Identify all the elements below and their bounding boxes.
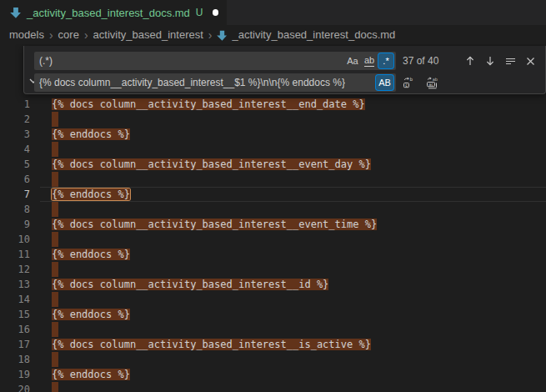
- regex-toggle[interactable]: .*: [378, 53, 393, 68]
- match-highlight: {% enddocs %}: [52, 309, 130, 320]
- next-match-button[interactable]: [482, 52, 498, 70]
- editor-line[interactable]: 13{% docs column__activity_based_interes…: [0, 277, 546, 292]
- find-options: Aa ab .*: [345, 53, 393, 68]
- breadcrumb-item-core[interactable]: core: [58, 28, 79, 41]
- replace-all-button[interactable]: ab ac: [423, 73, 441, 92]
- line-text[interactable]: [52, 322, 58, 337]
- line-number: 3: [0, 127, 30, 142]
- line-text[interactable]: [52, 172, 58, 187]
- editor-line[interactable]: 7{% enddocs %}: [0, 187, 546, 202]
- editor-line[interactable]: 6: [0, 172, 546, 187]
- find-in-selection-button[interactable]: [502, 52, 518, 70]
- line-text[interactable]: {% docs column__activity_based_interest_…: [52, 277, 328, 292]
- line-number: 7: [0, 187, 30, 202]
- close-find-widget-button[interactable]: [522, 52, 538, 70]
- match-highlight: {% enddocs %}: [52, 369, 130, 380]
- git-status-badge: U: [196, 7, 203, 18]
- replace-button[interactable]: b c: [399, 73, 418, 92]
- editor-line[interactable]: 4: [0, 142, 546, 157]
- editor-line[interactable]: 3{% enddocs %}: [0, 127, 546, 142]
- editor-line[interactable]: 16: [0, 322, 546, 337]
- line-text[interactable]: {% docs column__activity_based_interest_…: [52, 217, 377, 232]
- line-number: 14: [0, 292, 30, 307]
- line-text[interactable]: [52, 382, 58, 392]
- line-text[interactable]: [52, 262, 58, 277]
- modified-dot-icon[interactable]: [213, 9, 218, 16]
- editor-line[interactable]: 10: [0, 232, 546, 247]
- preserve-case-toggle[interactable]: AB: [376, 75, 393, 90]
- line-text[interactable]: {% docs column__activity_based_interest_…: [52, 337, 371, 352]
- line-number: 11: [0, 247, 30, 262]
- replace-options: AB: [376, 75, 393, 90]
- line-text[interactable]: {% docs column__activity_based_interest_…: [52, 157, 371, 172]
- editor-line[interactable]: 19{% enddocs %}: [0, 367, 546, 382]
- breadcrumb-file-label: _activity_based_interest_docs.md: [232, 28, 395, 41]
- replace-input[interactable]: {% docs column__activity_based_interest_…: [34, 73, 396, 92]
- line-number: 19: [0, 367, 30, 382]
- find-input[interactable]: (.*) Aa ab .*: [34, 52, 396, 70]
- line-text[interactable]: [52, 292, 58, 307]
- line-text[interactable]: {% enddocs %}: [52, 307, 130, 322]
- line-number: 18: [0, 352, 30, 367]
- line-text[interactable]: {% enddocs %}: [52, 247, 130, 262]
- line-number: 1: [0, 97, 30, 112]
- empty-line-match-highlight: [52, 112, 58, 127]
- line-text[interactable]: {% enddocs %}: [52, 127, 130, 142]
- svg-text:b: b: [409, 77, 413, 82]
- editor-line[interactable]: 12: [0, 262, 546, 277]
- line-text[interactable]: {% enddocs %}: [52, 187, 130, 202]
- match-highlight: {% docs column__activity_based_interest_…: [52, 219, 377, 230]
- line-text[interactable]: [52, 142, 58, 157]
- editor-line[interactable]: 9{% docs column__activity_based_interest…: [0, 217, 546, 232]
- breadcrumb-item-file[interactable]: _activity_based_interest_docs.md: [217, 28, 395, 41]
- empty-line-match-highlight: [52, 322, 58, 337]
- match-highlight: {% enddocs %}: [52, 128, 130, 140]
- editor-line[interactable]: 15{% enddocs %}: [0, 307, 546, 322]
- find-replace-widget: (.*) Aa ab .* 37 of 40: [23, 46, 546, 94]
- line-text[interactable]: [52, 112, 58, 127]
- current-match-highlight: {% enddocs %}: [52, 188, 130, 200]
- match-highlight: {% docs column__activity_based_interest_…: [52, 98, 365, 110]
- match-highlight: {% enddocs %}: [52, 249, 130, 260]
- editor-line[interactable]: 8: [0, 202, 546, 217]
- line-number: 9: [0, 217, 30, 232]
- line-number: 10: [0, 232, 30, 247]
- breadcrumb-item-models[interactable]: models: [9, 28, 44, 41]
- editor-line[interactable]: 20: [0, 382, 546, 392]
- match-highlight: {% docs column__activity_based_interest_…: [52, 158, 371, 170]
- line-text[interactable]: [52, 232, 58, 247]
- line-number: 8: [0, 202, 30, 217]
- tab-activity-based-interest-docs[interactable]: _activity_based_interest_docs.md U: [0, 0, 227, 25]
- editor-line[interactable]: 2: [0, 112, 546, 127]
- match-highlight: {% docs column__activity_based_interest_…: [52, 339, 371, 350]
- empty-line-match-highlight: [52, 172, 58, 187]
- whole-word-toggle[interactable]: ab: [362, 53, 377, 68]
- tab-bar: _activity_based_interest_docs.md U: [0, 0, 546, 25]
- replace-value-text: {% docs column__activity_based_interest_…: [39, 73, 345, 92]
- line-number: 15: [0, 307, 30, 322]
- breadcrumb-item-activity-based-interest[interactable]: activity_based_interest: [93, 28, 203, 41]
- previous-match-button[interactable]: [462, 52, 478, 70]
- editor-line[interactable]: 17{% docs column__activity_based_interes…: [0, 337, 546, 352]
- empty-line-match-highlight: [52, 382, 58, 392]
- line-number: 4: [0, 142, 30, 157]
- line-number: 13: [0, 277, 30, 292]
- results-count: 37 of 40: [403, 52, 438, 70]
- line-number: 16: [0, 322, 30, 337]
- line-text[interactable]: [52, 202, 58, 217]
- editor-line[interactable]: 18: [0, 352, 546, 367]
- svg-text:ac: ac: [428, 82, 433, 87]
- empty-line-match-highlight: [52, 262, 58, 277]
- editor-line[interactable]: 1{% docs column__activity_based_interest…: [0, 97, 546, 112]
- line-text[interactable]: {% docs column__activity_based_interest_…: [52, 97, 365, 112]
- tab-title: _activity_based_interest_docs.md: [27, 7, 190, 19]
- line-text[interactable]: {% enddocs %}: [52, 367, 130, 382]
- editor-line[interactable]: 5{% docs column__activity_based_interest…: [0, 157, 546, 172]
- match-case-toggle[interactable]: Aa: [345, 53, 360, 68]
- line-number: 2: [0, 112, 30, 127]
- editor-pane[interactable]: 1{% docs column__activity_based_interest…: [0, 44, 546, 392]
- chevron-right-icon: ›: [208, 29, 213, 41]
- line-text[interactable]: [52, 352, 58, 367]
- editor-line[interactable]: 11{% enddocs %}: [0, 247, 546, 262]
- editor-line[interactable]: 14: [0, 292, 546, 307]
